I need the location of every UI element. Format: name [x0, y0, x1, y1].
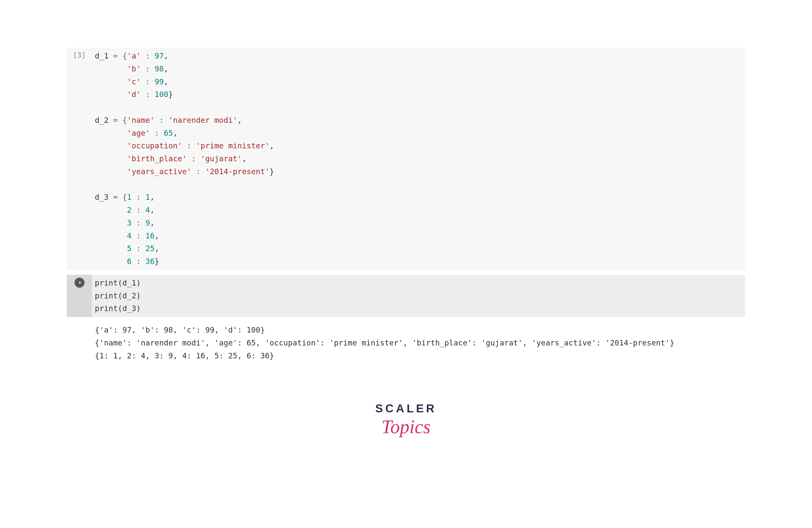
cell-gutter-2: [67, 275, 92, 317]
cell-gutter-1: [3]: [67, 48, 92, 270]
code-block-1: d_1 = {'a' : 97, 'b' : 98, 'c' : 99, 'd'…: [95, 50, 745, 268]
play-icon: [78, 281, 82, 285]
scaler-topics-logo: SCALER Topics: [67, 400, 745, 441]
code-content-2[interactable]: print(d_1) print(d_2) print(d_3): [92, 275, 745, 317]
exec-count-label: [3]: [73, 50, 86, 60]
output-cell: {'a': 97, 'b': 98, 'c': 99, 'd': 100} {'…: [67, 322, 745, 364]
code-content-1[interactable]: d_1 = {'a' : 97, 'b' : 98, 'c' : 99, 'd'…: [92, 48, 745, 270]
notebook-container: [3] d_1 = {'a' : 97, 'b' : 98, 'c' : 99,…: [0, 0, 812, 441]
output-line-1: {'a': 97, 'b': 98, 'c': 99, 'd': 100}: [95, 325, 265, 334]
output-content: {'a': 97, 'b': 98, 'c': 99, 'd': 100} {'…: [92, 322, 745, 364]
run-button[interactable]: [74, 277, 85, 288]
logo-topics-text: Topics: [381, 412, 431, 441]
code-cell-2: print(d_1) print(d_2) print(d_3): [67, 275, 745, 317]
output-gutter: [67, 322, 92, 364]
output-line-3: {1: 1, 2: 4, 3: 9, 4: 16, 5: 25, 6: 36}: [95, 351, 274, 360]
output-text: {'a': 97, 'b': 98, 'c': 99, 'd': 100} {'…: [95, 324, 745, 362]
code-block-2: print(d_1) print(d_2) print(d_3): [95, 277, 745, 315]
code-cell-1: [3] d_1 = {'a' : 97, 'b' : 98, 'c' : 99,…: [67, 48, 745, 270]
output-line-2: {'name': 'narender modi', 'age': 65, 'oc…: [95, 338, 674, 347]
